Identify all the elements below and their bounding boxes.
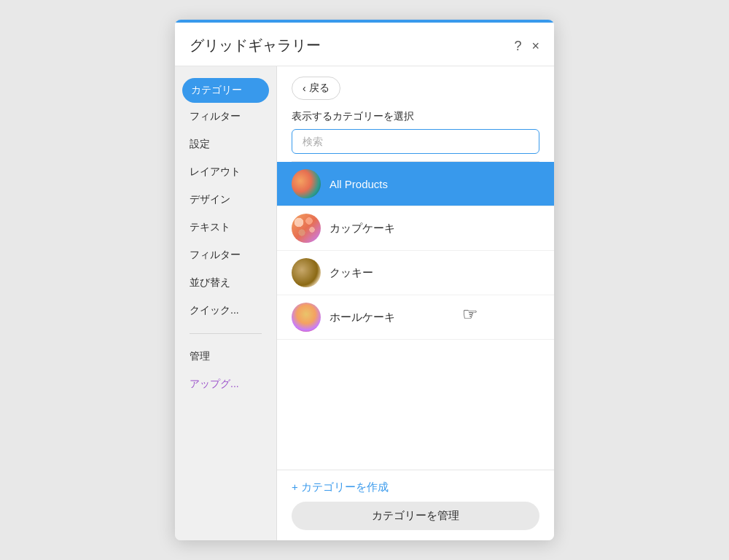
dialog-header: グリッドギャラリー ? × [175, 23, 554, 66]
sidebar-item-upgrade[interactable]: アップグ... [175, 370, 276, 398]
category-list: All Products カップケーキ クッキー ホールケーキ [277, 162, 554, 470]
close-icon[interactable]: × [531, 39, 539, 52]
category-name-cookies: クッキー [330, 266, 373, 280]
category-thumb-cookies [292, 258, 321, 287]
main-content: ‹ 戻る 表示するカテゴリーを選択 All Products カップケーキ [277, 66, 554, 540]
sidebar-item-design[interactable]: デザイン [175, 186, 276, 214]
sidebar-divider [190, 333, 262, 334]
back-button[interactable]: ‹ 戻る [292, 77, 340, 100]
sidebar-item-filter2[interactable]: フィルター [175, 241, 276, 269]
sidebar-item-manage-label: 管理 [175, 343, 276, 370]
category-thumb-all [292, 169, 321, 198]
sidebar-item-sort[interactable]: 並び替え [175, 269, 276, 297]
bottom-actions: + カテゴリーを作成 カテゴリーを管理 [277, 470, 554, 540]
section-label: 表示するカテゴリーを選択 [277, 100, 554, 129]
dialog-title: グリッドギャラリー [190, 36, 321, 55]
search-container [277, 129, 554, 161]
category-item-cupcakes[interactable]: カップケーキ [277, 206, 554, 251]
sidebar-item-settings[interactable]: 設定 [175, 131, 276, 158]
sidebar-item-text[interactable]: テキスト [175, 214, 276, 241]
create-category-button[interactable]: + カテゴリーを作成 [292, 481, 539, 494]
category-item-cakes[interactable]: ホールケーキ [277, 295, 554, 340]
sidebar-item-category[interactable]: カテゴリー [182, 78, 269, 103]
category-item-cookies[interactable]: クッキー [277, 251, 554, 295]
sidebar-item-quick[interactable]: クイック... [175, 297, 276, 324]
category-name-cupcakes: カップケーキ [330, 222, 395, 236]
category-item-all[interactable]: All Products [277, 162, 554, 206]
category-thumb-cakes [292, 303, 321, 332]
sidebar-item-filter[interactable]: フィルター [175, 103, 276, 131]
dialog-body: カテゴリー フィルター 設定 レイアウト デザイン テキスト フィルター 並び替… [175, 66, 554, 540]
category-name-all: All Products [330, 178, 388, 190]
sidebar-item-layout[interactable]: レイアウト [175, 158, 276, 186]
search-input[interactable] [292, 129, 539, 154]
back-chevron-icon: ‹ [303, 82, 306, 94]
category-name-cakes: ホールケーキ [330, 311, 395, 324]
dialog: グリッドギャラリー ? × カテゴリー フィルター 設定 レイアウト デザイン [175, 20, 554, 540]
help-icon[interactable]: ? [514, 39, 521, 52]
manage-category-button[interactable]: カテゴリーを管理 [292, 502, 539, 530]
header-icons: ? × [514, 39, 539, 52]
sidebar: カテゴリー フィルター 設定 レイアウト デザイン テキスト フィルター 並び替… [175, 66, 277, 540]
category-thumb-cupcakes [292, 214, 321, 243]
